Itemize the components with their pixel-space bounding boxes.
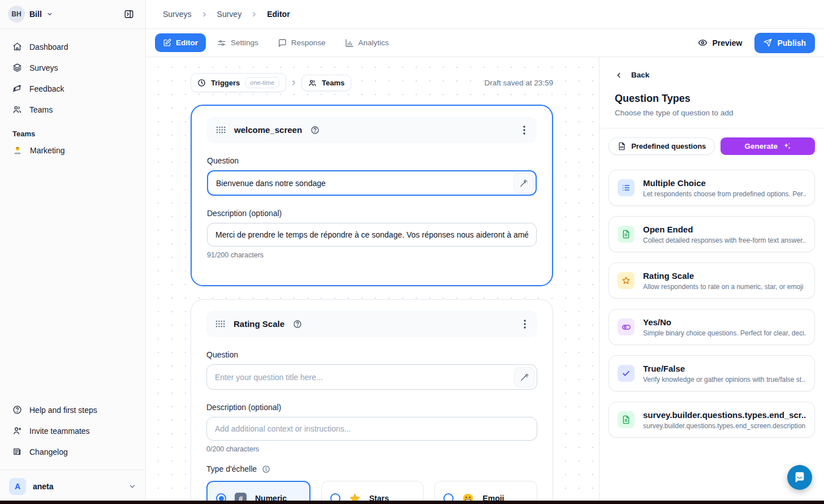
user-name[interactable]: Bill bbox=[29, 10, 42, 19]
breadcrumb-surveys[interactable]: Surveys bbox=[163, 10, 192, 19]
scale-option-numeric[interactable]: # Numeric bbox=[206, 481, 310, 504]
sidebar-item-changelog[interactable]: Changelog bbox=[6, 442, 140, 462]
editor-content: Triggers one-time Teams Draft saved at 2… bbox=[146, 57, 824, 504]
tab-label: Analytics bbox=[359, 38, 389, 47]
question-card-header[interactable]: Rating Scale bbox=[206, 311, 537, 337]
description-input[interactable] bbox=[207, 223, 537, 247]
sidebar-footer: Help and first steps Invite teammates Ch… bbox=[0, 397, 145, 466]
triggers-chip[interactable]: Triggers one-time bbox=[191, 73, 286, 92]
help-circle-icon[interactable] bbox=[310, 126, 320, 135]
team-item-label: Marketing bbox=[30, 146, 64, 155]
tab-editor[interactable]: Editor bbox=[155, 33, 206, 52]
toggle-icon bbox=[618, 318, 635, 335]
question-cards: welcome_screen Question bbox=[191, 105, 553, 504]
file-code-icon bbox=[618, 142, 626, 150]
type-card-multiple-choice[interactable]: Multiple Choice Let respondents choose f… bbox=[609, 170, 815, 206]
question-card-header[interactable]: welcome_screen bbox=[207, 117, 537, 143]
type-card-yes-no[interactable]: Yes/No Simple binary choice questions. P… bbox=[609, 309, 815, 345]
chat-widget-button[interactable] bbox=[787, 465, 812, 490]
scale-option-label: Emoji bbox=[482, 494, 504, 503]
info-circle-icon[interactable] bbox=[262, 465, 270, 473]
scale-option-label: Stars bbox=[369, 494, 389, 503]
sidebar-item-feedback[interactable]: Feedback bbox=[6, 79, 140, 98]
description-label: Description (optional) bbox=[207, 209, 537, 218]
magic-wand-button[interactable] bbox=[514, 367, 534, 387]
account-name: aneta bbox=[33, 482, 54, 491]
chevron-down-icon[interactable] bbox=[46, 11, 53, 18]
chevron-down-icon bbox=[128, 483, 136, 490]
publish-button[interactable]: Publish bbox=[754, 33, 815, 53]
sidebar-item-invite[interactable]: Invite teammates bbox=[6, 421, 140, 441]
char-count: 91/200 characters bbox=[207, 251, 537, 259]
sliders-icon bbox=[217, 38, 226, 48]
question-card-rating-scale[interactable]: Rating Scale Question bbox=[191, 299, 553, 504]
file-text-icon bbox=[618, 226, 635, 243]
radio-unselected[interactable] bbox=[330, 493, 340, 503]
message-icon bbox=[278, 38, 287, 48]
sidebar-item-marketing[interactable]: Marketing bbox=[0, 140, 145, 161]
type-card-texts: Open Ended Collect detailed responses wi… bbox=[643, 225, 806, 244]
sidebar-item-help[interactable]: Help and first steps bbox=[6, 400, 140, 420]
radio-selected[interactable] bbox=[216, 493, 226, 503]
editor-toolbar: Editor Settings Response Analytics bbox=[146, 29, 824, 57]
drag-handle-icon[interactable] bbox=[215, 320, 225, 328]
sidebar-item-label: Help and first steps bbox=[29, 406, 97, 415]
preview-button[interactable]: Preview bbox=[692, 33, 748, 52]
predefined-questions-button[interactable]: Predefined questions bbox=[609, 137, 715, 155]
user-avatar[interactable]: BH bbox=[8, 6, 25, 23]
question-input[interactable] bbox=[207, 170, 537, 196]
card-menu-button[interactable] bbox=[521, 123, 528, 137]
megaphone-icon bbox=[12, 84, 22, 93]
preview-label: Preview bbox=[713, 38, 743, 48]
sidebar-item-dashboard[interactable]: Dashboard bbox=[6, 37, 140, 57]
scale-option-emoji[interactable]: Emoji bbox=[434, 481, 537, 504]
sidebar-nav: Dashboard Surveys Feedback Teams bbox=[0, 29, 145, 122]
sidebar-item-label: Feedback bbox=[29, 84, 64, 93]
users-icon bbox=[308, 79, 317, 87]
scale-option-label: Numeric bbox=[255, 494, 287, 503]
question-card-welcome-screen[interactable]: welcome_screen Question bbox=[191, 105, 553, 286]
help-circle-icon[interactable] bbox=[293, 320, 302, 329]
description-input[interactable] bbox=[206, 417, 537, 441]
teams-chip-label: Teams bbox=[322, 79, 344, 87]
scale-option-stars[interactable]: Stars bbox=[321, 481, 424, 504]
tab-label: Editor bbox=[176, 38, 198, 47]
breadcrumb-survey[interactable]: Survey bbox=[217, 10, 242, 19]
question-input[interactable] bbox=[206, 364, 537, 390]
type-card-open-ended[interactable]: Open Ended Collect detailed responses wi… bbox=[609, 216, 815, 252]
generate-button[interactable]: Generate bbox=[721, 137, 815, 155]
file-text-icon bbox=[618, 411, 635, 428]
type-card-end-screen[interactable]: survey.builder.questions.types.end_scr..… bbox=[609, 402, 815, 438]
send-icon bbox=[763, 38, 772, 47]
magic-wand-button[interactable] bbox=[514, 173, 534, 193]
tab-settings[interactable]: Settings bbox=[209, 33, 266, 53]
type-card-true-false[interactable]: True/False Verify knowledge or gather op… bbox=[609, 355, 815, 391]
type-card-desc: Collect detailed responses with free-for… bbox=[643, 236, 806, 244]
account-avatar: A bbox=[9, 478, 26, 495]
back-button[interactable]: Back bbox=[599, 71, 824, 79]
account-switcher[interactable]: A aneta bbox=[0, 469, 145, 504]
draft-status: Draft saved at 23:59 bbox=[484, 79, 553, 87]
hash-keycap-emoji: # bbox=[235, 493, 247, 504]
question-input-wrap bbox=[206, 364, 537, 390]
check-icon bbox=[618, 365, 635, 382]
sidebar-header: BH Bill bbox=[0, 0, 145, 29]
chevron-right-icon bbox=[251, 11, 258, 18]
toolbar-right: Preview Publish bbox=[692, 33, 816, 53]
type-card-desc: survey.builder.questions.types.end_scree… bbox=[643, 422, 806, 430]
sidebar-item-surveys[interactable]: Surveys bbox=[6, 58, 140, 77]
sidebar-item-label: Changelog bbox=[29, 447, 68, 456]
card-menu-button[interactable] bbox=[521, 317, 528, 331]
radio-unselected[interactable] bbox=[443, 493, 454, 503]
drag-handle-icon[interactable] bbox=[216, 126, 226, 133]
smiley-emoji bbox=[462, 493, 474, 504]
teams-chip[interactable]: Teams bbox=[301, 75, 351, 91]
tab-analytics[interactable]: Analytics bbox=[337, 33, 397, 53]
sidebar-toggle-button[interactable] bbox=[120, 6, 137, 23]
type-card-rating-scale[interactable]: Rating Scale Allow respondents to rate o… bbox=[609, 262, 815, 299]
sidebar: BH Bill Dashboard Surv bbox=[0, 0, 146, 504]
tab-response[interactable]: Response bbox=[270, 33, 334, 53]
sidebar-item-teams[interactable]: Teams bbox=[6, 100, 140, 119]
breadcrumb: Surveys Survey Editor bbox=[146, 0, 824, 29]
survey-canvas[interactable]: Triggers one-time Teams Draft saved at 2… bbox=[146, 57, 599, 504]
